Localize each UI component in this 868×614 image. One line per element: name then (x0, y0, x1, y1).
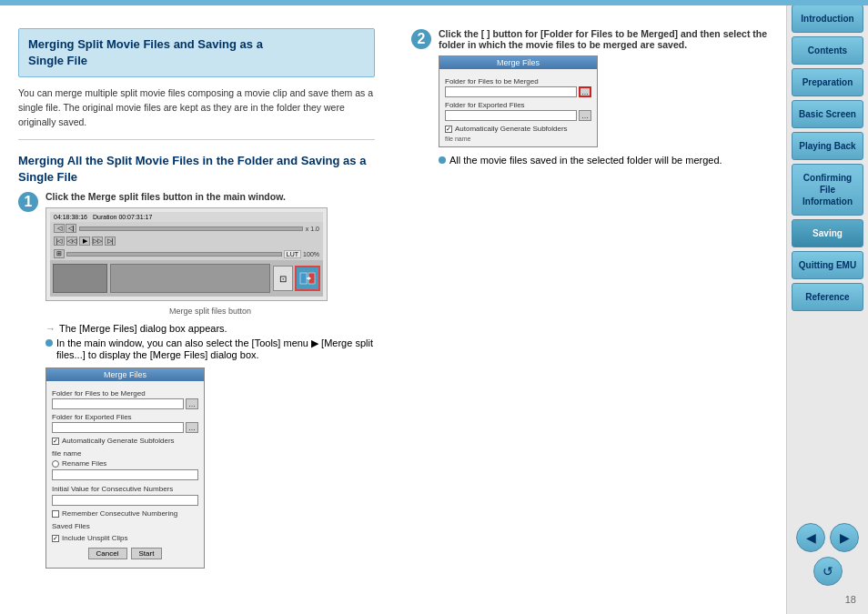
bullet-icon-2 (439, 156, 446, 164)
checkbox2-row: Remember Consecutive Numbering (52, 509, 198, 518)
ctrl-btn-2[interactable]: ◁| (66, 224, 76, 233)
transport-btn-3[interactable]: ▷▷ (92, 237, 103, 246)
field2-row: … (52, 422, 198, 433)
main-window-screenshot: 04:18:38:16 Duration 00:07:31:17 ◁ ◁| x … (45, 207, 328, 301)
sidebar-item-preparation[interactable]: Preparation (792, 68, 863, 96)
checkbox1[interactable]: ✓ (52, 438, 59, 445)
radio1[interactable] (52, 460, 59, 468)
sidebar-item-basic-screen[interactable]: Basic Screen (792, 100, 863, 128)
step-2-row: 2 Click the [ ] button for [Folder for F… (411, 28, 768, 169)
checkbox1-sm[interactable]: ✓ (445, 126, 452, 133)
prev-button[interactable]: ◀ (796, 523, 825, 552)
multiplier: x 1.0 (306, 226, 319, 232)
merge-files-dialog-step2: Merge Files Folder for Files to be Merge… (439, 55, 598, 147)
lut-badge: LUT (284, 250, 301, 258)
timeline[interactable] (66, 252, 282, 257)
dialog-body: Folder for Files to be Merged … Folder f… (46, 381, 204, 568)
sidebar-item-reference[interactable]: Reference (792, 283, 863, 311)
sidebar-item-confirming-file-info[interactable]: Confirming File Information (792, 164, 863, 216)
step-1-instruction: Click the Merge split files button in th… (45, 191, 375, 202)
sidebar-item-saving[interactable]: Saving (792, 219, 863, 247)
timeline-area (110, 264, 270, 293)
field2-browse-btn-sm[interactable]: … (579, 110, 591, 121)
main-content: Merging Split Movie Files and Saving as … (0, 0, 786, 614)
arrow-icon: → (45, 323, 56, 334)
field1-browse-btn[interactable]: … (186, 398, 198, 409)
start-button[interactable]: Start (131, 548, 163, 559)
transport-btn-4[interactable]: ▷| (105, 237, 116, 246)
field1-browse-btn-sm[interactable]: … (579, 86, 591, 97)
checkbox3-row: ✓ Include Unsplit Clips (52, 534, 198, 542)
sidebar-item-playing-back[interactable]: Playing Back (792, 132, 863, 160)
svg-rect-0 (300, 273, 307, 284)
bullet-text: In the main window, you can also select … (45, 337, 375, 360)
merge-files-dialog-step1: Merge Files Folder for Files to be Merge… (45, 367, 205, 569)
timecode: 04:18:38:16 (54, 214, 87, 220)
step-2-content: Click the [ ] button for [Folder for Fil… (439, 28, 768, 169)
section-header: Merging Split Movie Files and Saving as … (18, 28, 375, 77)
duration: Duration 00:07:31:17 (93, 214, 152, 220)
checkbox1-row-sm: ✓ Automatically Generate Subfolders (445, 125, 591, 133)
field1-label: Folder for Files to be Merged (52, 389, 198, 398)
file-name-sm: file name (445, 136, 591, 142)
cancel-button[interactable]: Cancel (88, 548, 127, 559)
dialog-title: Merge Files (46, 368, 204, 381)
sidebar-item-introduction[interactable]: Introduction (792, 5, 863, 33)
checkbox3[interactable]: ✓ (52, 535, 59, 542)
sidebar-item-quitting-emu[interactable]: Quitting EMU (792, 251, 863, 279)
checkbox2-label: Remember Consecutive Numbering (62, 509, 177, 518)
arrow-description: The [Merge Files] dialog box appears. (59, 323, 227, 334)
page-number: 18 (792, 589, 863, 609)
step-1-number: 1 (18, 192, 38, 212)
home-button[interactable]: ↺ (813, 557, 843, 586)
sidebar: Introduction Contents Preparation Basic … (786, 0, 868, 614)
step-2-number: 2 (411, 29, 431, 49)
init-input[interactable] (52, 495, 198, 506)
init-field-row (52, 495, 198, 506)
next-button[interactable]: ▶ (830, 523, 859, 552)
checkbox1-label: Automatically Generate Subfolders (62, 437, 175, 445)
scrubber[interactable] (79, 226, 303, 231)
field2-input-sm[interactable] (445, 110, 577, 121)
right-column: 2 Click the [ ] button for [Folder for F… (402, 28, 768, 576)
sub-section-header: Merging All the Split Movie Files in the… (18, 153, 375, 186)
field2-browse-btn[interactable]: … (186, 422, 198, 433)
radio1-label: Rename Files (62, 459, 106, 468)
dialog-title-sm: Merge Files (439, 56, 597, 69)
step-2-bullet-text: All the movie files saved in the selecte… (449, 155, 722, 166)
merge-icon (298, 269, 317, 287)
ctrl-btn-1[interactable]: ◁ (54, 224, 65, 233)
init-section: Initial Value for Consecutive Numbers (52, 485, 198, 493)
other-btn[interactable]: ⊡ (273, 266, 293, 291)
field1-input[interactable] (52, 398, 184, 409)
playback-btn[interactable]: ⊞ (54, 249, 65, 258)
description-text: You can merge multiple split movie files… (18, 86, 375, 129)
field2-input[interactable] (52, 422, 184, 433)
bullet-icon (45, 339, 53, 347)
divider (18, 139, 375, 140)
transport-btn-play[interactable]: ▶ (79, 237, 90, 246)
preview-area (53, 264, 107, 293)
sidebar-item-contents[interactable]: Contents (792, 36, 863, 65)
bullet-description: In the main window, you can also select … (56, 337, 375, 360)
step-1-caption: Merge split files button (45, 307, 375, 316)
field1-input-sm[interactable] (445, 86, 577, 97)
transport-btn-2[interactable]: ◁◁ (66, 237, 77, 246)
field1-row: … (52, 398, 198, 409)
nav-prev-next-row: ◀ ▶ (796, 523, 859, 552)
step-2-instruction: Click the [ ] button for [Folder for Fil… (439, 28, 768, 50)
left-column: Merging Split Movie Files and Saving as … (18, 28, 384, 576)
rename-input[interactable] (52, 469, 198, 480)
sub-section-title: Merging All the Split Movie Files in the… (18, 153, 375, 186)
step-1-row: 1 Click the Merge split files button in … (18, 191, 375, 569)
section-title: Merging Split Movie Files and Saving as … (28, 36, 365, 69)
field1-label-sm: Folder for Files to be Merged (445, 77, 591, 86)
dialog-body-sm: Folder for Files to be Merged … Folder f… (439, 69, 597, 146)
transport-btn-1[interactable]: |◁ (54, 237, 65, 246)
checkbox2[interactable] (52, 510, 59, 518)
field1-row-sm: … (445, 86, 591, 97)
radio1-row: Rename Files (52, 459, 198, 468)
checkbox3-label: Include Unsplit Clips (62, 534, 127, 542)
sidebar-spacer (792, 315, 863, 515)
merge-split-files-button[interactable] (295, 266, 320, 291)
